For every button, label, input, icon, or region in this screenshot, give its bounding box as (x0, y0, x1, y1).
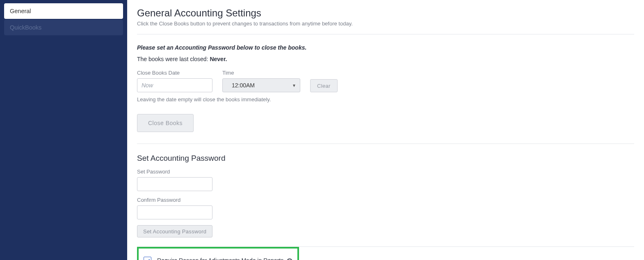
last-closed-text: The books were last closed: Never. (137, 56, 634, 62)
divider (137, 34, 634, 34)
sidebar-item-general[interactable]: General (4, 3, 123, 19)
close-books-date-input[interactable] (137, 78, 212, 92)
set-password-heading: Set Accounting Password (137, 154, 634, 163)
set-password-label: Set Password (137, 169, 634, 175)
check-icon (145, 258, 150, 260)
password-required-notice: Please set an Accounting Password below … (137, 44, 634, 51)
set-password-field: Set Password (137, 169, 634, 191)
confirm-password-field: Confirm Password (137, 197, 634, 219)
require-reason-highlight: Require Reason for Adjustments Made in R… (137, 247, 299, 260)
last-closed-prefix: The books were last closed: (137, 56, 210, 62)
close-books-time-label: Time (222, 70, 300, 76)
sidebar: General QuickBooks (0, 0, 127, 260)
sidebar-item-label: QuickBooks (10, 24, 41, 31)
require-reason-row: Require Reason for Adjustments Made in R… (144, 257, 292, 260)
require-reason-label: Require Reason for Adjustments Made in R… (157, 257, 283, 260)
sidebar-item-label: General (10, 8, 31, 14)
confirm-password-input[interactable] (137, 205, 212, 219)
help-icon[interactable]: ? (287, 258, 292, 260)
page-title: General Accounting Settings (137, 7, 634, 19)
require-reason-label-wrap: Require Reason for Adjustments Made in R… (157, 257, 292, 260)
set-password-input[interactable] (137, 177, 212, 191)
close-books-date-label: Close Books Date (137, 70, 212, 76)
require-reason-checkbox[interactable] (144, 257, 151, 260)
set-accounting-password-button[interactable]: Set Accounting Password (137, 225, 212, 237)
close-books-date-field: Close Books Date (137, 70, 212, 92)
last-closed-value: Never. (210, 56, 227, 62)
clear-button[interactable]: Clear (310, 79, 338, 92)
confirm-password-label: Confirm Password (137, 197, 634, 203)
main-content: General Accounting Settings Click the Cl… (127, 0, 644, 260)
page-subtitle: Click the Close Books button to prevent … (137, 21, 634, 27)
close-books-form-row: Close Books Date Time 12:00AM ▼ Clear (137, 70, 634, 92)
close-books-time-select[interactable]: 12:00AM (222, 78, 300, 92)
close-books-hint: Leaving the date empty will close the bo… (137, 96, 634, 103)
close-books-time-field: Time 12:00AM ▼ (222, 70, 300, 92)
close-books-button[interactable]: Close Books (137, 114, 194, 132)
divider (137, 144, 634, 144)
sidebar-item-quickbooks[interactable]: QuickBooks (4, 20, 123, 35)
